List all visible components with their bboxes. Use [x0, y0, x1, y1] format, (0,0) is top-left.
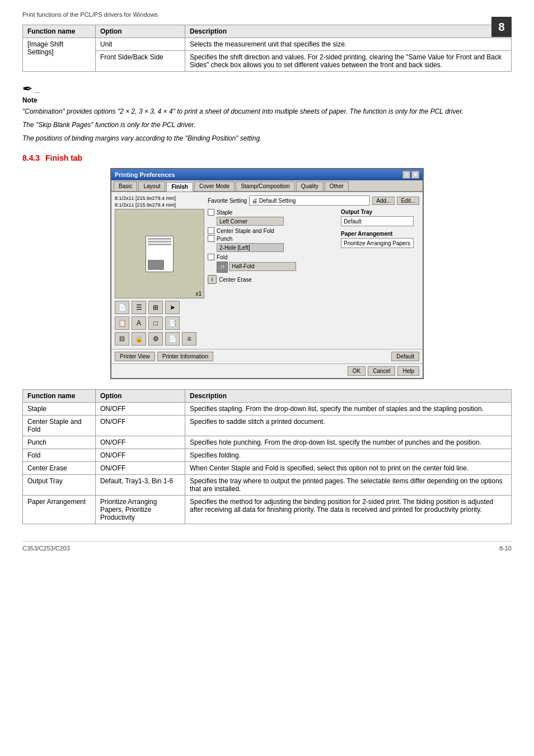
note-section: ✒... Note "Combination" provides options… [22, 82, 512, 143]
col-header-description-b: Description [185, 390, 512, 403]
dialog-tabs: Basic Layout Finish Cover Mode Stamp/Com… [111, 180, 423, 192]
icon-grid[interactable]: ⊟ [115, 332, 129, 346]
description-cell: Specifies hole punching. From the drop-d… [185, 436, 512, 449]
fold-checkbox[interactable] [208, 254, 214, 260]
description-cell: When Center Staple and Fold is specified… [185, 462, 512, 475]
punch-dropdown[interactable]: 2-Hole [Left] [217, 243, 284, 252]
table-row: Front Side/Back Side Specifies the shift… [23, 51, 512, 72]
fold-dropdown[interactable]: Half-Fold [229, 262, 296, 271]
staple-checkbox[interactable] [208, 209, 214, 216]
description-cell: Specifies the method for adjusting the b… [185, 496, 512, 524]
icon-font[interactable]: A [132, 316, 146, 330]
paper-arrangement-dropdown[interactable]: Prioritize Arranging Papers [341, 238, 414, 248]
titlebar-buttons: ? ✕ [402, 171, 419, 179]
section-number: 8.4.3 [22, 153, 40, 162]
footer-left-buttons: Printer View Printer Information [115, 352, 213, 361]
icon-doc[interactable]: 📋 [115, 316, 129, 330]
icon-row-3: ⊟ 🔒 ⚙ 📄 ≡ [115, 332, 204, 346]
bottom-table-wrapper: Function name Option Description StapleO… [22, 389, 512, 524]
description-cell: Specifies stapling. From the drop-down l… [185, 403, 512, 416]
dialog-right-panel: Favorite Setting 🖨 Default Setting Add..… [208, 195, 419, 346]
preview-area: x1 [115, 209, 204, 298]
output-tray-label: Output Tray [341, 209, 419, 215]
function-name: Center Erase [23, 462, 96, 475]
table-row: [Image Shift Settings] Unit Selects the … [23, 38, 512, 51]
bottom-function-table: Function name Option Description StapleO… [22, 389, 512, 524]
icon-blank[interactable]: □ [148, 316, 163, 330]
cancel-button[interactable]: Cancel [368, 366, 395, 376]
output-tray-dropdown[interactable]: Default [341, 216, 414, 226]
function-name: Fold [23, 449, 96, 462]
favorite-label: Favorite Setting [208, 198, 247, 204]
preview-page-1 [146, 236, 174, 272]
function-name: Center Staple and Fold [23, 416, 96, 436]
center-staple-label: Center Staple and Fold [217, 228, 274, 234]
col-header-option-b: Option [96, 390, 185, 403]
option-cell: ON/OFF [96, 462, 185, 475]
tab-stamp-composition[interactable]: Stamp/Composition [236, 181, 294, 191]
note-line-3: The positions of binding margins vary ac… [22, 133, 512, 143]
table-row: PunchON/OFFSpecifies hole punching. From… [23, 436, 512, 449]
paper-arrangement-label: Paper Arrangement [341, 231, 419, 237]
function-name: [Image Shift Settings] [23, 38, 96, 72]
preview-line [148, 241, 171, 242]
punch-checkbox[interactable] [208, 235, 214, 242]
tab-layout[interactable]: Layout [138, 181, 165, 191]
option-cell: Unit [96, 38, 185, 51]
footer-model: C353/C253/C203 [22, 545, 70, 552]
option-cell: ON/OFF [96, 403, 185, 416]
icon-doc2[interactable]: 📄 [165, 332, 180, 346]
description-cell: Selects the measurement unit that specif… [185, 38, 512, 51]
tab-finish[interactable]: Finish [166, 182, 193, 192]
default-button[interactable]: Default [391, 352, 419, 361]
staple-label: Staple [217, 209, 232, 216]
preview-size-2: 8:1/2x11 [215.9x279.4 mm] [115, 202, 204, 208]
printer-view-button[interactable]: Printer View [115, 352, 155, 361]
option-cell: ON/OFF [96, 416, 185, 436]
ok-cancel-help-bar: OK Cancel Help [111, 363, 423, 378]
staple-dropdown[interactable]: Left Corner [217, 217, 284, 226]
favorite-dropdown[interactable]: 🖨 Default Setting [249, 195, 370, 206]
section-title: Finish tab [45, 153, 82, 162]
punch-row: Punch [208, 235, 336, 242]
option-cell: Front Side/Back Side [96, 51, 185, 72]
function-name: Paper Arrangement [23, 496, 96, 524]
tab-other[interactable]: Other [325, 181, 349, 191]
tab-cover-mode[interactable]: Cover Mode [194, 181, 235, 191]
tab-quality[interactable]: Quality [296, 181, 324, 191]
page-header: Print functions of the PCL/PS drivers fo… [22, 11, 512, 18]
fold-label: Fold [217, 254, 227, 260]
icon-lines[interactable]: ≡ [182, 332, 196, 346]
header-text: Print functions of the PCL/PS drivers fo… [22, 11, 158, 18]
note-line-1: "Combination" provides options "2 × 2, 3… [22, 106, 512, 116]
printing-preferences-dialog: Printing Preferences ? ✕ Basic Layout Fi… [110, 168, 424, 379]
help-button[interactable]: ? [402, 171, 410, 179]
table-row: Center EraseON/OFFWhen Center Staple and… [23, 462, 512, 475]
icon-lock[interactable]: 🔒 [132, 332, 146, 346]
add-button[interactable]: Add... [372, 197, 395, 205]
icon-arrow[interactable]: ➤ [165, 301, 180, 314]
ok-button[interactable]: OK [348, 366, 366, 376]
favorite-setting-row: Favorite Setting 🖨 Default Setting Add..… [208, 195, 419, 206]
description-cell: Specifies the shift direction and values… [185, 51, 512, 72]
icon-list[interactable]: ☰ [132, 301, 146, 314]
col-header-function-b: Function name [23, 390, 96, 403]
table-row: Paper ArrangementPrioritize Arranging Pa… [23, 496, 512, 524]
center-staple-checkbox[interactable] [208, 227, 214, 234]
preview-line [148, 238, 171, 240]
footer-right-buttons: Default [391, 352, 419, 361]
icon-copy[interactable]: 📄 [115, 301, 129, 314]
fold-row: Fold [208, 254, 336, 260]
tab-basic[interactable]: Basic [114, 181, 137, 191]
close-button[interactable]: ✕ [411, 171, 419, 179]
edit-button[interactable]: Edit... [397, 197, 419, 205]
icon-settings[interactable]: ⚙ [148, 332, 163, 346]
icon-page[interactable]: 📑 [165, 316, 180, 330]
icon-table[interactable]: ⊞ [148, 301, 163, 314]
preview-size-1: 8:1/2x11 [215.9x279.4 mm] [115, 195, 204, 201]
options-area: Staple Left Corner Center Staple and Fol… [208, 209, 419, 284]
dialog-left-panel: 8:1/2x11 [215.9x279.4 mm] 8:1/2x11 [215.… [115, 195, 204, 346]
printer-information-button[interactable]: Printer Information [157, 352, 213, 361]
help-button-bottom[interactable]: Help [397, 366, 419, 376]
note-icon: ✒ [22, 82, 32, 96]
